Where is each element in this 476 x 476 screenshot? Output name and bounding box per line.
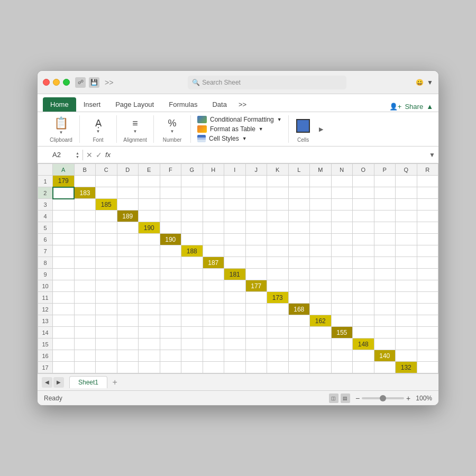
cell-C14[interactable] bbox=[96, 327, 117, 338]
cell-L12[interactable]: 168 bbox=[288, 304, 310, 315]
cell-D5[interactable] bbox=[117, 222, 139, 234]
cell-F14[interactable] bbox=[160, 327, 181, 338]
cell-D14[interactable] bbox=[117, 327, 139, 338]
col-P[interactable]: P bbox=[374, 164, 396, 176]
cell-O15[interactable]: 148 bbox=[353, 338, 374, 350]
cell-O13[interactable] bbox=[353, 315, 374, 327]
cell-G10[interactable] bbox=[181, 280, 203, 292]
cell-R7[interactable] bbox=[417, 245, 438, 257]
cell-C9[interactable] bbox=[96, 269, 117, 280]
cell-A8[interactable] bbox=[53, 257, 75, 269]
cell-K3[interactable] bbox=[267, 199, 289, 210]
cell-A5[interactable] bbox=[53, 222, 75, 234]
cell-P7[interactable] bbox=[374, 245, 396, 257]
cell-N3[interactable] bbox=[331, 199, 353, 210]
cell-I13[interactable] bbox=[224, 315, 246, 327]
cell-D7[interactable] bbox=[117, 245, 139, 257]
cell-Q9[interactable] bbox=[396, 269, 417, 280]
cell-M13[interactable]: 162 bbox=[310, 315, 332, 327]
cell-M5[interactable] bbox=[310, 222, 332, 234]
cell-R4[interactable] bbox=[417, 210, 438, 222]
cell-E13[interactable] bbox=[139, 315, 160, 327]
cell-D12[interactable] bbox=[117, 304, 139, 315]
cell-D8[interactable] bbox=[117, 257, 139, 269]
cell-O10[interactable] bbox=[353, 280, 374, 292]
cell-B9[interactable] bbox=[74, 269, 96, 280]
cell-B17[interactable] bbox=[74, 362, 96, 373]
cell-I2[interactable] bbox=[224, 187, 246, 199]
cell-M16[interactable] bbox=[310, 350, 332, 362]
cell-G13[interactable] bbox=[181, 315, 203, 327]
col-R[interactable]: R bbox=[417, 164, 438, 176]
cell-O11[interactable] bbox=[353, 292, 374, 304]
cell-D17[interactable] bbox=[117, 362, 139, 373]
cell-Q16[interactable] bbox=[396, 350, 417, 362]
cell-C8[interactable] bbox=[96, 257, 117, 269]
cell-J8[interactable] bbox=[245, 257, 267, 269]
cell-C5[interactable] bbox=[96, 222, 117, 234]
cell-H2[interactable] bbox=[203, 187, 224, 199]
cell-I1[interactable] bbox=[224, 176, 246, 187]
cell-G17[interactable] bbox=[181, 362, 203, 373]
cell-F1[interactable] bbox=[160, 176, 181, 187]
cell-H16[interactable] bbox=[203, 350, 224, 362]
cell-O17[interactable] bbox=[353, 362, 374, 373]
cell-L11[interactable] bbox=[288, 292, 310, 304]
cell-reference-input[interactable] bbox=[41, 151, 72, 159]
cell-ref-up[interactable]: ▲ bbox=[76, 151, 79, 155]
cell-A12[interactable] bbox=[53, 304, 75, 315]
cell-G12[interactable] bbox=[181, 304, 203, 315]
cell-G9[interactable] bbox=[181, 269, 203, 280]
cell-B15[interactable] bbox=[74, 338, 96, 350]
cell-D4[interactable]: 189 bbox=[117, 210, 139, 222]
cell-C4[interactable] bbox=[96, 210, 117, 222]
sheet-next-button[interactable]: ▶ bbox=[53, 377, 64, 388]
zoom-track[interactable] bbox=[362, 397, 404, 399]
cell-G6[interactable] bbox=[181, 234, 203, 245]
cell-F6[interactable]: 190 bbox=[160, 234, 181, 245]
cell-F9[interactable] bbox=[160, 269, 181, 280]
cell-O5[interactable] bbox=[353, 222, 374, 234]
cell-A17[interactable] bbox=[53, 362, 75, 373]
cell-N17[interactable] bbox=[331, 362, 353, 373]
cell-J3[interactable] bbox=[245, 199, 267, 210]
cell-E4[interactable] bbox=[139, 210, 160, 222]
cell-N5[interactable] bbox=[331, 222, 353, 234]
cell-Q15[interactable] bbox=[396, 338, 417, 350]
cell-H14[interactable] bbox=[203, 327, 224, 338]
cell-R2[interactable] bbox=[417, 187, 438, 199]
zoom-minus-button[interactable]: − bbox=[355, 394, 360, 402]
cell-G8[interactable] bbox=[181, 257, 203, 269]
cell-H8[interactable]: 187 bbox=[203, 257, 224, 269]
cell-P12[interactable] bbox=[374, 304, 396, 315]
cell-J10[interactable]: 177 bbox=[245, 280, 267, 292]
cell-A6[interactable] bbox=[53, 234, 75, 245]
cell-C13[interactable] bbox=[96, 315, 117, 327]
cell-D2[interactable] bbox=[117, 187, 139, 199]
cell-D1[interactable] bbox=[117, 176, 139, 187]
cell-E16[interactable] bbox=[139, 350, 160, 362]
cell-K5[interactable] bbox=[267, 222, 289, 234]
cell-L14[interactable] bbox=[288, 327, 310, 338]
col-M[interactable]: M bbox=[310, 164, 332, 176]
cell-P5[interactable] bbox=[374, 222, 396, 234]
cell-B1[interactable] bbox=[74, 176, 96, 187]
cell-P11[interactable] bbox=[374, 292, 396, 304]
cell-E8[interactable] bbox=[139, 257, 160, 269]
cell-K8[interactable] bbox=[267, 257, 289, 269]
cell-R9[interactable] bbox=[417, 269, 438, 280]
col-I[interactable]: I bbox=[224, 164, 246, 176]
cell-D9[interactable] bbox=[117, 269, 139, 280]
cell-Q5[interactable] bbox=[396, 222, 417, 234]
cell-F5[interactable] bbox=[160, 222, 181, 234]
cell-D11[interactable] bbox=[117, 292, 139, 304]
cell-Q8[interactable] bbox=[396, 257, 417, 269]
cell-Q2[interactable] bbox=[396, 187, 417, 199]
cell-F11[interactable] bbox=[160, 292, 181, 304]
cell-F12[interactable] bbox=[160, 304, 181, 315]
cell-D16[interactable] bbox=[117, 350, 139, 362]
col-C[interactable]: C bbox=[96, 164, 117, 176]
cell-E11[interactable] bbox=[139, 292, 160, 304]
cell-K10[interactable] bbox=[267, 280, 289, 292]
cell-O6[interactable] bbox=[353, 234, 374, 245]
